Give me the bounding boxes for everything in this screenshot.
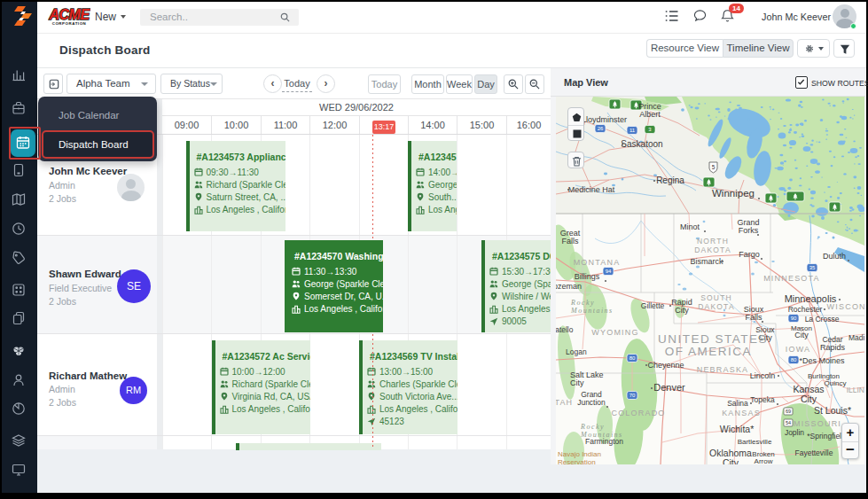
svg-text:Cheyenne: Cheyenne — [647, 361, 684, 370]
svg-text:Junction: Junction — [577, 398, 606, 407]
svg-text:KANSAS: KANSAS — [722, 409, 761, 417]
svg-text:Reservation: Reservation — [558, 458, 596, 464]
svg-text:90: 90 — [791, 316, 797, 321]
svg-text:DAKOTA: DAKOTA — [698, 302, 735, 311]
svg-text:WISCONSIN: WISCONSIN — [827, 302, 864, 311]
svg-text:Pocatello: Pocatello — [556, 325, 574, 334]
svg-text:11: 11 — [629, 128, 636, 133]
svg-text:Rocky: Rocky — [580, 423, 605, 431]
svg-text:Denver: Denver — [653, 382, 685, 393]
svg-text:Minot: Minot — [680, 222, 700, 231]
svg-text:Salina: Salina — [727, 399, 748, 408]
svg-text:NORTH: NORTH — [697, 237, 729, 246]
svg-text:WYOMING: WYOMING — [591, 328, 638, 337]
svg-text:OF AMERICA: OF AMERICA — [665, 345, 752, 358]
svg-text:26: 26 — [598, 126, 604, 131]
svg-text:*Springfield: *Springfield — [807, 432, 846, 441]
svg-text:CORPORATION: CORPORATION — [52, 21, 87, 26]
svg-text:*Des Moines: *Des Moines — [799, 356, 845, 365]
svg-text:MISSOURI: MISSOURI — [794, 419, 841, 428]
svg-text:80: 80 — [629, 355, 636, 361]
svg-text:Albert: Albert — [639, 110, 661, 119]
svg-text:UNITED STATES: UNITED STATES — [658, 332, 768, 346]
svg-text:Winnipeg: Winnipeg — [712, 188, 755, 199]
svg-text:Rocky: Rocky — [570, 299, 595, 307]
svg-text:Lloydminster: Lloydminster — [582, 115, 627, 124]
svg-text:ILLIN: ILLIN — [847, 386, 864, 394]
svg-text:Topeka: Topeka — [750, 395, 775, 404]
svg-text:City: City — [570, 378, 584, 387]
svg-text:35: 35 — [809, 265, 816, 270]
svg-text:Falls: Falls — [561, 237, 579, 246]
svg-text:Saskatoon: Saskatoon — [621, 139, 662, 149]
svg-text:UTAH: UTAH — [556, 398, 573, 407]
svg-text:NEBRASKA: NEBRASKA — [697, 365, 749, 374]
svg-text:Logan: Logan — [566, 347, 587, 356]
svg-text:COLORADO: COLORADO — [611, 409, 665, 417]
svg-text:80: 80 — [791, 357, 797, 363]
svg-text:70: 70 — [629, 393, 636, 398]
svg-text:Mountains: Mountains — [570, 307, 614, 315]
svg-text:City: City — [675, 306, 689, 315]
svg-text:Forks: Forks — [739, 226, 759, 235]
svg-text:Fargo: Fargo — [739, 250, 760, 259]
svg-text:Fayetteville: Fayetteville — [795, 448, 833, 457]
svg-text:Billings: Billings — [575, 272, 600, 281]
svg-text:St Louis*: St Louis* — [814, 405, 851, 416]
svg-text:Bozeman: Bozeman — [556, 282, 582, 291]
svg-text:Joplin: Joplin — [785, 428, 804, 437]
svg-text:City: City — [794, 331, 809, 339]
svg-text:69: 69 — [786, 409, 791, 414]
svg-text:Gillette: Gillette — [641, 301, 665, 310]
svg-text:ACME: ACME — [48, 7, 90, 22]
svg-text:La Crosse: La Crosse — [805, 315, 840, 324]
svg-text:Medicine Hat: Medicine Hat — [568, 185, 615, 194]
svg-text:Lincoln: Lincoln — [750, 371, 776, 380]
svg-text:54: 54 — [786, 420, 791, 425]
svg-text:City: City — [723, 457, 739, 464]
svg-text:Rochester: Rochester — [788, 305, 823, 314]
svg-text:Bismarck: Bismarck — [690, 257, 723, 266]
svg-text:Regina: Regina — [656, 175, 684, 185]
svg-text:5: 5 — [712, 164, 716, 170]
svg-text:Rapids: Rapids — [820, 343, 846, 352]
svg-text:DAKOTA: DAKOTA — [694, 246, 731, 254]
svg-text:Farmington: Farmington — [585, 437, 623, 446]
svg-text:Wichita*: Wichita* — [720, 424, 755, 434]
svg-text:94: 94 — [606, 269, 612, 274]
svg-text:Duluth: Duluth — [823, 252, 846, 261]
svg-text:Madison: Madison — [848, 333, 864, 342]
svg-text:Falls: Falls — [745, 313, 762, 322]
svg-text:Bartlesville: Bartlesville — [738, 438, 772, 446]
svg-text:Quincy: Quincy — [825, 379, 847, 387]
svg-text:Navajo Indian: Navajo Indian — [558, 450, 601, 458]
svg-text:MONTANA: MONTANA — [574, 258, 621, 267]
svg-text:City: City — [801, 394, 817, 404]
svg-text:SOUTH: SOUTH — [700, 293, 732, 302]
svg-text:Arrow: Arrow — [755, 457, 773, 464]
svg-text:IOWA: IOWA — [786, 345, 810, 354]
svg-text:MINNESOTA: MINNESOTA — [763, 274, 820, 283]
